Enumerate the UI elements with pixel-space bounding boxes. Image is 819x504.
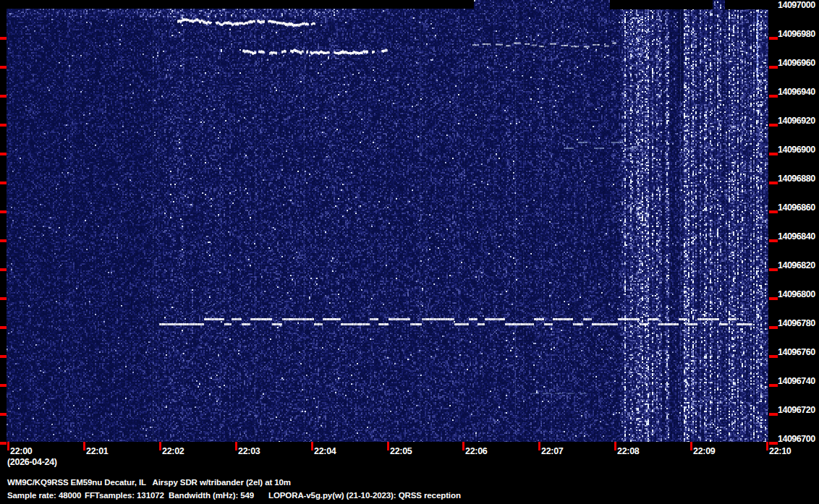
- time-label: 22:07: [541, 446, 563, 456]
- freq-label: 14096860: [778, 202, 815, 213]
- freq-label: 14096960: [778, 58, 815, 68]
- freq-tick-right: [769, 210, 778, 213]
- freq-tick-left: [0, 124, 7, 127]
- time-label: 22:08: [617, 446, 639, 456]
- freq-label: 14096760: [778, 347, 815, 357]
- freq-tick-right: [769, 37, 778, 40]
- time-tick: [83, 442, 85, 450]
- station-info-line: WM9C/KQ9RSS EM59nu Decatur, IL Airspy SD…: [7, 477, 291, 487]
- time-label: 22:09: [693, 446, 715, 456]
- time-tick: [614, 442, 616, 450]
- freq-tick-right: [769, 124, 778, 127]
- freq-tick-left: [0, 413, 7, 416]
- freq-tick-left: [0, 210, 7, 213]
- freq-tick-left: [0, 297, 7, 300]
- freq-label: 14096700: [778, 434, 815, 444]
- freq-tick-right: [769, 413, 778, 416]
- time-label: 22:03: [238, 446, 260, 456]
- date-label: (2026-04-24): [7, 457, 57, 467]
- freq-tick-right: [769, 326, 778, 329]
- freq-label: 14096780: [778, 318, 815, 328]
- time-label: 22:04: [314, 446, 336, 456]
- time-tick: [766, 442, 768, 450]
- freq-tick-left: [0, 95, 7, 98]
- time-tick: [538, 442, 540, 450]
- freq-label: 14096840: [778, 231, 815, 242]
- time-label: 22:05: [390, 446, 412, 456]
- freq-tick-right: [769, 239, 778, 242]
- freq-tick-right: [769, 442, 778, 445]
- freq-tick-right: [769, 181, 778, 184]
- freq-label: 14096980: [778, 29, 815, 39]
- footer-param: Bandwidth (mHz): 549: [169, 490, 254, 500]
- freq-tick-left: [0, 326, 7, 329]
- freq-tick-left: [0, 442, 7, 445]
- freq-tick-right: [769, 384, 778, 387]
- spectrogram-canvas: [7, 0, 768, 442]
- time-tick: [159, 442, 161, 450]
- freq-tick-left: [0, 153, 7, 155]
- qrss-grabber-image: (2026-04-24) WM9C/KQ9RSS EM59nu Decatur,…: [0, 0, 819, 504]
- freq-tick-left: [0, 239, 7, 242]
- time-label: 22:06: [465, 446, 487, 456]
- freq-tick-left: [0, 268, 7, 271]
- time-label: 22:10: [769, 446, 791, 456]
- freq-tick-right: [769, 66, 778, 69]
- freq-label: 14096720: [778, 405, 815, 415]
- freq-tick-left: [0, 37, 7, 40]
- time-tick: [235, 442, 237, 450]
- freq-tick-right: [769, 297, 778, 300]
- freq-label: 14096900: [778, 145, 815, 155]
- freq-tick-right: [769, 153, 778, 155]
- freq-tick-left: [0, 384, 7, 387]
- time-label: 22:00: [10, 446, 32, 456]
- freq-tick-right: [769, 95, 778, 98]
- freq-label: 14096800: [778, 289, 815, 299]
- freq-label: 14096940: [778, 87, 815, 97]
- footer-param: FFTsamples: 131072: [85, 490, 164, 500]
- freq-label: 14096920: [778, 116, 815, 126]
- time-tick: [690, 442, 692, 450]
- freq-tick-left: [0, 355, 7, 358]
- freq-tick-left: [0, 66, 7, 69]
- time-label: 22:02: [162, 446, 184, 456]
- time-tick: [387, 442, 389, 450]
- freq-label: 14097000: [778, 0, 815, 10]
- freq-tick-right: [769, 355, 778, 358]
- footer-param: LOPORA-v5g.py(w) (21-10-2023): QRSS rece…: [268, 490, 461, 500]
- freq-tick-left: [0, 181, 7, 184]
- freq-label: 14096820: [778, 260, 815, 270]
- footer-param: Sample rate: 48000: [7, 490, 81, 500]
- freq-label: 14096880: [778, 174, 815, 184]
- time-tick: [462, 442, 464, 450]
- freq-label: 14096740: [778, 376, 815, 386]
- time-tick: [7, 442, 9, 450]
- time-label: 22:01: [86, 446, 108, 456]
- time-tick: [311, 442, 313, 450]
- freq-tick-right: [769, 268, 778, 271]
